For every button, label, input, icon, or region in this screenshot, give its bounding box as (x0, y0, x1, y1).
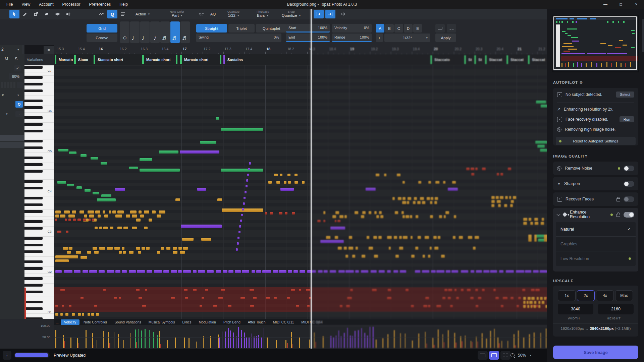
midi-note (265, 212, 267, 215)
sharpen-row[interactable]: ▼ Sharpen (553, 177, 638, 190)
image-quality-title: IMAGE QUALITY (553, 154, 588, 158)
velocity-bar (291, 332, 292, 348)
split-view-button[interactable] (489, 351, 499, 360)
black-key (24, 170, 43, 173)
marker-chip[interactable] (220, 55, 222, 64)
height-label: HEIGHT (607, 316, 621, 320)
kebab-menu-button[interactable]: ⋮ (3, 351, 11, 360)
width-input[interactable]: 3840 (558, 304, 593, 314)
recover-faces-row[interactable]: Recover Faces (553, 192, 638, 206)
lane-tab-sound-variations[interactable]: Sound Variations (111, 319, 145, 325)
velocity-bar (252, 334, 253, 348)
enhance-resolution-toggle[interactable] (624, 212, 634, 218)
velocity-bar (241, 330, 242, 348)
q-button: Q (15, 101, 23, 108)
sharpen-toggle[interactable] (624, 181, 634, 187)
midi-note (122, 270, 126, 273)
midi-note (157, 215, 161, 218)
upscale-4x[interactable]: 4x (596, 290, 614, 301)
viewport-rectangle[interactable] (553, 16, 637, 70)
velocity-bar (184, 338, 185, 348)
menu-help[interactable]: Help (116, 1, 131, 8)
lock-icon (616, 198, 620, 201)
midi-note (166, 247, 170, 250)
height-input[interactable]: 2160 (598, 304, 634, 314)
menu-account[interactable]: Account (35, 1, 57, 8)
lane-tab-pitch-bend[interactable]: Pitch Bend (220, 319, 244, 325)
mini-box (17, 82, 23, 88)
close-button[interactable]: × (629, 0, 644, 9)
midi-note (250, 305, 254, 307)
lane-tab-lyrics[interactable]: Lyrics (179, 319, 195, 325)
marker-marcato[interactable]: Marcato (55, 55, 73, 64)
menu-file[interactable]: File (3, 1, 16, 8)
reset-autopilot-button[interactable]: Reset to Autopilot Settings (556, 137, 636, 145)
recover-faces-toggle[interactable] (624, 196, 634, 202)
single-view-button[interactable] (478, 351, 488, 360)
lane-tab-velocity[interactable]: Velocity (61, 319, 79, 325)
midi-note (241, 214, 243, 216)
zoom-dropdown-arrow[interactable]: ▲ (529, 354, 532, 357)
ruler-label: 17.4 (246, 47, 252, 51)
midi-note (178, 247, 181, 250)
remove-noise-toggle[interactable] (624, 166, 634, 171)
key-label-c5: C5 (48, 149, 52, 153)
split-view-divider[interactable] (311, 9, 312, 349)
upscale-summary: 644x362px → 3840x2160px (~2.1MB) (553, 326, 638, 330)
chevron-down-icon: ▾ (148, 12, 150, 16)
midi-note (246, 179, 248, 182)
marker-marcato-short[interactable]: Marcato short (142, 55, 175, 64)
velocity-bar (118, 334, 119, 348)
marker-staccato-short[interactable]: Staccato short (94, 55, 141, 64)
midi-note (76, 186, 82, 189)
lane-tabs-more[interactable]: ... (54, 319, 60, 325)
upscale-1x[interactable]: 1x (558, 290, 576, 301)
remove-noise-row[interactable]: Remove Noise (553, 162, 638, 175)
midi-note (98, 215, 101, 218)
mode-graphics[interactable]: Graphics (556, 236, 636, 251)
velocity-bar (145, 329, 146, 348)
velocity-bar (203, 336, 204, 348)
gear-icon[interactable]: ⚙ (579, 80, 583, 84)
maximize-button[interactable]: □ (613, 0, 629, 9)
lane-tab-after-touch[interactable]: After Touch (245, 319, 269, 325)
menu-preferences[interactable]: Preferences (86, 1, 115, 8)
velocity-bar (189, 338, 190, 348)
enhance-resolution-row[interactable]: Enhance Resolution (553, 208, 638, 221)
upscale-2x[interactable]: 2x (577, 290, 595, 301)
black-key (24, 146, 43, 149)
lane-tab-midi-cc-0-11[interactable]: MIDI CC 0|11 (270, 319, 298, 325)
save-image-button[interactable]: Save Image (553, 346, 638, 359)
lane-tab-musical-symbols[interactable]: Musical Symbols (145, 319, 178, 325)
marker-marcato-short[interactable]: Marcato short (180, 55, 219, 64)
panel-scrollbar[interactable] (642, 19, 644, 52)
lane-tab-note-controller[interactable]: Note Controller (80, 319, 111, 325)
run-face-recovery-button[interactable]: Run (620, 116, 634, 122)
zoom-control[interactable]: 50% ▲ (511, 351, 532, 360)
chevron-down-icon[interactable] (556, 212, 560, 216)
menu-view[interactable]: View (18, 1, 34, 8)
minimize-button[interactable]: — (598, 0, 613, 9)
mode-natural[interactable]: Natural ✓ (556, 222, 636, 236)
midi-note (58, 149, 68, 152)
sharpen-icon: ▼ (557, 182, 561, 186)
side-by-side-view-button[interactable] (500, 351, 511, 360)
menu-processor[interactable]: Processor (59, 1, 84, 8)
select-subject-button[interactable]: Select (616, 92, 634, 98)
mode-low-resolution[interactable]: Low Resolution (556, 251, 636, 266)
navigation-thumbnail[interactable] (552, 15, 639, 72)
remove-noise-icon (557, 166, 561, 171)
black-key (24, 220, 43, 223)
midi-note (285, 212, 287, 215)
midi-note (117, 210, 124, 214)
marker-stacc[interactable]: Stacc (74, 55, 93, 64)
marker-chip[interactable] (176, 55, 179, 64)
preset-a: A (376, 24, 384, 33)
note-value-button: ♪ (150, 21, 160, 43)
midi-note (216, 117, 219, 120)
velocity-bar (267, 337, 268, 348)
lane-tab-modulation[interactable]: Modulation (196, 319, 219, 325)
velocity-bar (299, 337, 300, 348)
upscale-max[interactable]: Max (615, 290, 633, 301)
velocity-bar (276, 340, 277, 348)
